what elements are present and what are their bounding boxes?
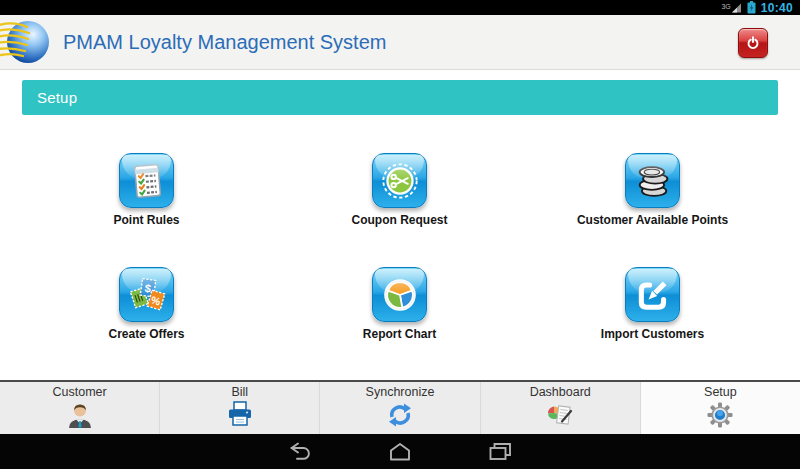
tile-label: Point Rules xyxy=(113,213,179,227)
back-button[interactable] xyxy=(287,442,313,462)
dashboard-icon xyxy=(545,400,575,428)
tab-customer[interactable]: Customer xyxy=(0,382,160,434)
battery-charging-icon xyxy=(747,1,756,14)
tab-label: Customer xyxy=(53,385,107,399)
home-button[interactable] xyxy=(387,442,413,462)
recents-icon xyxy=(487,442,513,461)
tile-grid: Point Rules Coupon Request xyxy=(0,153,800,341)
tab-dashboard[interactable]: Dashboard xyxy=(481,382,641,434)
tile-label: Report Chart xyxy=(363,327,436,341)
tile-coupon-request[interactable]: Coupon Request xyxy=(273,153,526,227)
customer-icon xyxy=(65,400,95,430)
tab-label: Setup xyxy=(704,385,737,399)
recent-apps-button[interactable] xyxy=(487,442,513,462)
back-icon xyxy=(287,442,313,461)
app-header: PMAM Loyalty Management System xyxy=(0,15,800,70)
power-button[interactable] xyxy=(738,28,768,58)
gear-icon xyxy=(705,400,735,430)
tile-label: Create Offers xyxy=(108,327,184,341)
printer-icon xyxy=(225,400,255,428)
tab-label: Dashboard xyxy=(530,385,591,399)
signal-triangle-icon xyxy=(731,2,742,13)
clock: 10:40 xyxy=(761,1,793,15)
tab-synchronize[interactable]: Synchronize xyxy=(320,382,480,434)
network-type-label: 3G xyxy=(721,3,730,10)
sync-icon xyxy=(385,400,415,430)
coupon-request-icon xyxy=(372,153,427,208)
import-customers-icon xyxy=(625,267,680,322)
create-offers-icon: $ % xyxy=(119,267,174,322)
home-icon xyxy=(388,442,412,461)
tile-create-offers[interactable]: $ % Create Offers xyxy=(20,267,273,341)
tab-bill[interactable]: Bill xyxy=(160,382,320,434)
customer-points-icon xyxy=(625,153,680,208)
tile-customer-available-points[interactable]: Customer Available Points xyxy=(526,153,779,227)
tile-point-rules[interactable]: Point Rules xyxy=(20,153,273,227)
tile-label: Coupon Request xyxy=(352,213,448,227)
tab-label: Synchronize xyxy=(366,385,435,399)
section-banner: Setup xyxy=(22,80,778,115)
status-bar: 3G 10:40 xyxy=(0,0,800,15)
page-title: PMAM Loyalty Management System xyxy=(63,31,386,54)
signal-strength-icon: 3G xyxy=(721,2,741,13)
tab-setup[interactable]: Setup xyxy=(641,382,800,434)
bottom-tab-bar: Customer Bill Synchronize Dashbo xyxy=(0,380,800,434)
android-navigation-bar xyxy=(0,434,800,469)
section-banner-title: Setup xyxy=(37,89,77,106)
tile-label: Customer Available Points xyxy=(577,213,728,227)
app-logo-icon xyxy=(0,18,57,66)
tile-import-customers[interactable]: Import Customers xyxy=(526,267,779,341)
report-chart-icon xyxy=(372,267,427,322)
tile-report-chart[interactable]: Report Chart xyxy=(273,267,526,341)
tile-label: Import Customers xyxy=(601,327,704,341)
tab-label: Bill xyxy=(231,385,248,399)
point-rules-icon xyxy=(119,153,174,208)
power-icon xyxy=(744,34,762,52)
